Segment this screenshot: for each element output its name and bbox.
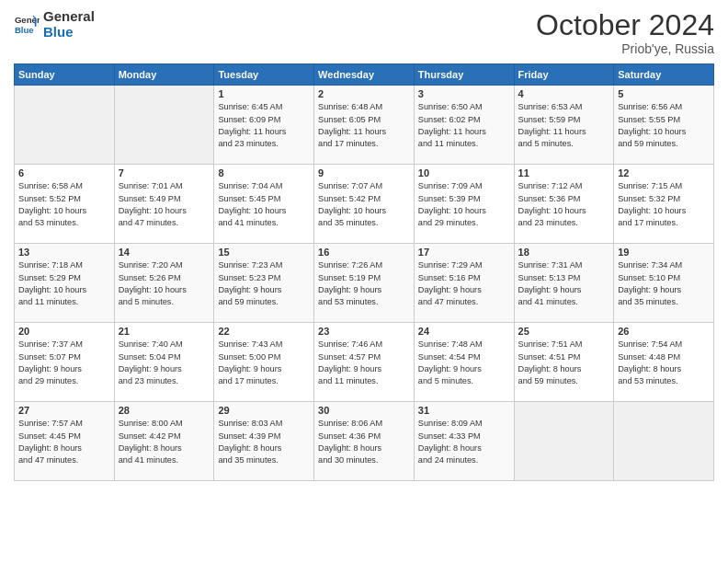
day-number: 19 [618, 247, 710, 258]
day-info: Sunrise: 7:15 AM Sunset: 5:32 PM Dayligh… [618, 180, 710, 229]
day-number: 6 [18, 167, 110, 178]
day-info: Sunrise: 7:43 AM Sunset: 5:00 PM Dayligh… [218, 339, 310, 387]
title-block: October 2024 Priob'ye, Russia [536, 9, 714, 56]
day-info: Sunrise: 6:50 AM Sunset: 6:02 PM Dayligh… [418, 101, 510, 150]
day-number: 2 [318, 88, 410, 99]
day-info: Sunrise: 7:07 AM Sunset: 5:42 PM Dayligh… [318, 180, 410, 229]
day-info: Sunrise: 8:00 AM Sunset: 4:42 PM Dayligh… [119, 418, 210, 466]
day-info: Sunrise: 7:46 AM Sunset: 4:57 PM Dayligh… [318, 339, 410, 387]
day-info: Sunrise: 8:09 AM Sunset: 4:33 PM Dayligh… [418, 418, 510, 466]
calendar-cell: 4Sunrise: 6:53 AM Sunset: 5:59 PM Daylig… [514, 86, 614, 165]
calendar-cell: 20Sunrise: 7:37 AM Sunset: 5:07 PM Dayli… [15, 323, 115, 402]
month-title: October 2024 [536, 9, 714, 41]
calendar-cell: 22Sunrise: 7:43 AM Sunset: 5:00 PM Dayli… [214, 323, 314, 402]
weekday-header: Saturday [614, 64, 714, 86]
day-number: 7 [119, 167, 210, 178]
logo-blue: Blue [43, 25, 95, 40]
day-info: Sunrise: 7:37 AM Sunset: 5:07 PM Dayligh… [18, 339, 110, 387]
day-info: Sunrise: 8:06 AM Sunset: 4:36 PM Dayligh… [318, 418, 410, 466]
day-info: Sunrise: 8:03 AM Sunset: 4:39 PM Dayligh… [218, 418, 310, 466]
calendar-cell: 25Sunrise: 7:51 AM Sunset: 4:51 PM Dayli… [514, 323, 614, 402]
day-number: 15 [218, 247, 310, 258]
weekday-header: Sunday [15, 64, 115, 86]
calendar-cell: 18Sunrise: 7:31 AM Sunset: 5:13 PM Dayli… [514, 244, 614, 323]
day-number: 9 [318, 167, 410, 178]
calendar-cell [15, 86, 115, 165]
calendar-cell: 26Sunrise: 7:54 AM Sunset: 4:48 PM Dayli… [614, 323, 714, 402]
day-number: 16 [318, 247, 410, 258]
day-number: 13 [18, 247, 110, 258]
day-number: 12 [618, 167, 710, 178]
calendar-body: 1Sunrise: 6:45 AM Sunset: 6:09 PM Daylig… [15, 86, 714, 481]
day-number: 25 [518, 326, 610, 337]
calendar-week-row: 27Sunrise: 7:57 AM Sunset: 4:45 PM Dayli… [15, 402, 714, 481]
day-info: Sunrise: 7:51 AM Sunset: 4:51 PM Dayligh… [518, 339, 610, 387]
day-number: 27 [18, 405, 110, 416]
calendar-cell: 2Sunrise: 6:48 AM Sunset: 6:05 PM Daylig… [314, 86, 415, 165]
logo: General Blue General Blue [14, 9, 95, 40]
day-info: Sunrise: 6:58 AM Sunset: 5:52 PM Dayligh… [18, 180, 110, 229]
calendar-cell: 7Sunrise: 7:01 AM Sunset: 5:49 PM Daylig… [114, 165, 214, 244]
day-info: Sunrise: 6:53 AM Sunset: 5:59 PM Dayligh… [518, 101, 610, 150]
weekday-header: Friday [514, 64, 614, 86]
calendar-cell: 21Sunrise: 7:40 AM Sunset: 5:04 PM Dayli… [114, 323, 214, 402]
calendar-cell [614, 402, 714, 481]
day-info: Sunrise: 7:23 AM Sunset: 5:23 PM Dayligh… [218, 259, 310, 308]
calendar-cell: 3Sunrise: 6:50 AM Sunset: 6:02 PM Daylig… [414, 86, 514, 165]
calendar-cell: 1Sunrise: 6:45 AM Sunset: 6:09 PM Daylig… [214, 86, 314, 165]
calendar-cell: 19Sunrise: 7:34 AM Sunset: 5:10 PM Dayli… [614, 244, 714, 323]
calendar-week-row: 6Sunrise: 6:58 AM Sunset: 5:52 PM Daylig… [15, 165, 714, 244]
day-number: 26 [618, 326, 710, 337]
day-number: 14 [119, 247, 210, 258]
day-number: 31 [418, 405, 510, 416]
calendar-cell: 6Sunrise: 6:58 AM Sunset: 5:52 PM Daylig… [15, 165, 115, 244]
day-info: Sunrise: 7:20 AM Sunset: 5:26 PM Dayligh… [119, 259, 210, 308]
calendar-cell: 10Sunrise: 7:09 AM Sunset: 5:39 PM Dayli… [414, 165, 514, 244]
calendar-table: SundayMondayTuesdayWednesdayThursdayFrid… [14, 63, 714, 481]
day-number: 30 [318, 405, 410, 416]
calendar-cell: 28Sunrise: 8:00 AM Sunset: 4:42 PM Dayli… [114, 402, 214, 481]
calendar-cell: 8Sunrise: 7:04 AM Sunset: 5:45 PM Daylig… [214, 165, 314, 244]
calendar-cell: 27Sunrise: 7:57 AM Sunset: 4:45 PM Dayli… [15, 402, 115, 481]
day-info: Sunrise: 7:48 AM Sunset: 4:54 PM Dayligh… [418, 339, 510, 387]
page: General Blue General Blue October 2024 P… [0, 0, 728, 563]
day-info: Sunrise: 7:34 AM Sunset: 5:10 PM Dayligh… [618, 259, 710, 308]
calendar-cell: 16Sunrise: 7:26 AM Sunset: 5:19 PM Dayli… [314, 244, 415, 323]
calendar-header-row: SundayMondayTuesdayWednesdayThursdayFrid… [15, 64, 714, 86]
location-subtitle: Priob'ye, Russia [536, 41, 714, 56]
calendar-week-row: 13Sunrise: 7:18 AM Sunset: 5:29 PM Dayli… [15, 244, 714, 323]
day-info: Sunrise: 7:57 AM Sunset: 4:45 PM Dayligh… [18, 418, 110, 466]
day-number: 17 [418, 247, 510, 258]
day-number: 5 [618, 88, 710, 99]
calendar-cell: 14Sunrise: 7:20 AM Sunset: 5:26 PM Dayli… [114, 244, 214, 323]
day-info: Sunrise: 6:48 AM Sunset: 6:05 PM Dayligh… [318, 101, 410, 150]
svg-text:Blue: Blue [15, 24, 34, 34]
day-info: Sunrise: 7:01 AM Sunset: 5:49 PM Dayligh… [119, 180, 210, 229]
calendar-cell: 9Sunrise: 7:07 AM Sunset: 5:42 PM Daylig… [314, 165, 415, 244]
calendar-cell: 15Sunrise: 7:23 AM Sunset: 5:23 PM Dayli… [214, 244, 314, 323]
day-info: Sunrise: 7:54 AM Sunset: 4:48 PM Dayligh… [618, 339, 710, 387]
day-info: Sunrise: 7:40 AM Sunset: 5:04 PM Dayligh… [119, 339, 210, 387]
weekday-header: Monday [114, 64, 214, 86]
day-info: Sunrise: 6:45 AM Sunset: 6:09 PM Dayligh… [218, 101, 310, 150]
day-info: Sunrise: 7:12 AM Sunset: 5:36 PM Dayligh… [518, 180, 610, 229]
day-number: 23 [318, 326, 410, 337]
calendar-cell: 31Sunrise: 8:09 AM Sunset: 4:33 PM Dayli… [414, 402, 514, 481]
calendar-cell: 17Sunrise: 7:29 AM Sunset: 5:16 PM Dayli… [414, 244, 514, 323]
logo-icon: General Blue [14, 12, 40, 38]
logo-general: General [43, 9, 95, 25]
calendar-cell: 5Sunrise: 6:56 AM Sunset: 5:55 PM Daylig… [614, 86, 714, 165]
day-number: 11 [518, 167, 610, 178]
day-info: Sunrise: 6:56 AM Sunset: 5:55 PM Dayligh… [618, 101, 710, 150]
calendar-week-row: 1Sunrise: 6:45 AM Sunset: 6:09 PM Daylig… [15, 86, 714, 165]
calendar-cell: 12Sunrise: 7:15 AM Sunset: 5:32 PM Dayli… [614, 165, 714, 244]
day-number: 8 [218, 167, 310, 178]
calendar-cell [114, 86, 214, 165]
day-number: 20 [18, 326, 110, 337]
day-number: 29 [218, 405, 310, 416]
calendar-cell: 30Sunrise: 8:06 AM Sunset: 4:36 PM Dayli… [314, 402, 415, 481]
day-number: 3 [418, 88, 510, 99]
day-info: Sunrise: 7:09 AM Sunset: 5:39 PM Dayligh… [418, 180, 510, 229]
day-number: 22 [218, 326, 310, 337]
calendar-cell: 29Sunrise: 8:03 AM Sunset: 4:39 PM Dayli… [214, 402, 314, 481]
